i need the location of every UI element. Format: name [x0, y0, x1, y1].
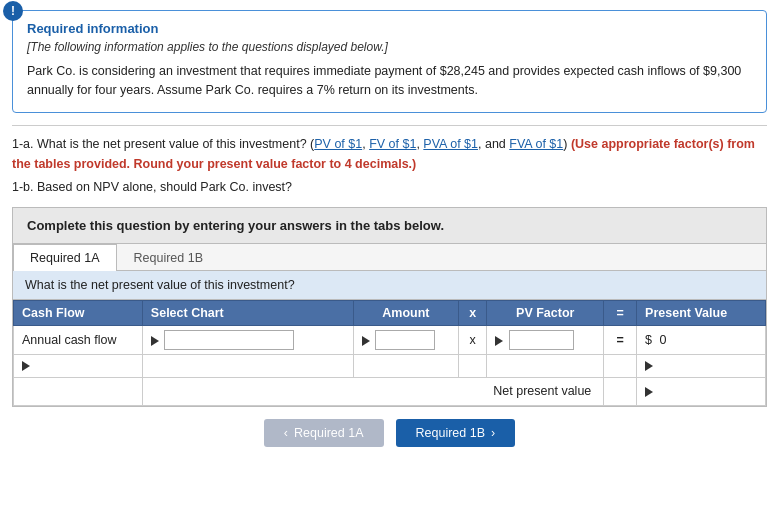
link-pva[interactable]: PVA of $1: [423, 137, 478, 151]
pv-empty-arrow-icon: [645, 361, 653, 371]
tab2-label: Required 1B: [134, 251, 204, 265]
question-section: 1-a. What is the net present value of th…: [12, 134, 767, 197]
tab-question: What is the net present value of this in…: [13, 271, 766, 300]
cell-cashflow-annual: Annual cash flow: [14, 325, 143, 354]
header-present-value: Present Value: [637, 300, 766, 325]
cell-amount-empty: [353, 354, 458, 377]
link-pv[interactable]: PV of $1: [314, 137, 362, 151]
q1-suffix: ): [563, 137, 571, 151]
cell-cashflow-empty: [14, 354, 143, 377]
npv-value-arrow-icon: [645, 387, 653, 397]
tab1-content: What is the net present value of this in…: [13, 271, 766, 406]
link-fva[interactable]: FVA of $1: [509, 137, 563, 151]
pv-factor-input-annual[interactable]: [509, 330, 574, 350]
link-fv[interactable]: FV of $1: [369, 137, 416, 151]
npv-label: Net present value: [493, 384, 591, 398]
prev-button[interactable]: ‹ Required 1A: [264, 419, 384, 447]
prev-label: Required 1A: [294, 426, 364, 440]
x-symbol: x: [470, 333, 476, 347]
table-row-npv: Net present value: [14, 377, 766, 405]
complete-text: Complete this question by entering your …: [27, 218, 444, 233]
tab-required-1a[interactable]: Required 1A: [13, 244, 117, 271]
header-select-chart: Select Chart: [142, 300, 353, 325]
table-row-annual: Annual cash flow x: [14, 325, 766, 354]
dollar-sign-annual: $: [645, 333, 652, 347]
empty-arrow-icon: [22, 361, 30, 371]
cell-equals-annual: =: [604, 325, 637, 354]
cell-pvfactor-annual: [487, 325, 604, 354]
header-equals: =: [604, 300, 637, 325]
pvfactor-arrow-icon: [495, 336, 503, 346]
tabs-container: Required 1A Required 1B What is the net …: [12, 243, 767, 407]
cell-presentvalue-empty: [637, 354, 766, 377]
dropdown-arrow-icon: [151, 336, 159, 346]
tab-required-1b[interactable]: Required 1B: [117, 244, 221, 271]
cell-npv-label: Net present value: [142, 377, 603, 405]
prev-arrow-icon: ‹: [284, 426, 288, 440]
cell-amount-annual: [353, 325, 458, 354]
complete-box: Complete this question by entering your …: [12, 207, 767, 243]
annual-label: Annual cash flow: [22, 333, 117, 347]
cell-cashflow-npv: [14, 377, 143, 405]
question-line-2: 1-b. Based on NPV alone, should Park Co.…: [12, 177, 767, 197]
info-icon: !: [3, 1, 23, 21]
cell-x-empty: [459, 354, 487, 377]
question-line-1: 1-a. What is the net present value of th…: [12, 134, 767, 174]
table-row-empty: [14, 354, 766, 377]
next-label: Required 1B: [416, 426, 486, 440]
cell-x-annual: x: [459, 325, 487, 354]
q2-text: 1-b. Based on NPV alone, should Park Co.…: [12, 180, 292, 194]
amount-arrow-icon: [362, 336, 370, 346]
npv-table: Cash Flow Select Chart Amount x PV Facto…: [13, 300, 766, 406]
tab-question-text: What is the net present value of this in…: [25, 278, 295, 292]
info-italic: [The following information applies to th…: [27, 40, 752, 54]
header-pv-factor: PV Factor: [487, 300, 604, 325]
header-cash-flow: Cash Flow: [14, 300, 143, 325]
tabs-row: Required 1A Required 1B: [13, 244, 766, 271]
select-chart-input-annual[interactable]: [164, 330, 294, 350]
cell-pvfactor-empty: [487, 354, 604, 377]
amount-input-annual[interactable]: [375, 330, 435, 350]
header-x: x: [459, 300, 487, 325]
nav-buttons: ‹ Required 1A Required 1B ›: [12, 407, 767, 455]
info-body: Park Co. is considering an investment th…: [27, 62, 752, 100]
divider-1: [12, 125, 767, 126]
tab1-label: Required 1A: [30, 251, 100, 265]
header-amount: Amount: [353, 300, 458, 325]
q1-prefix: 1-a. What is the net present value of th…: [12, 137, 314, 151]
next-button[interactable]: Required 1B ›: [396, 419, 516, 447]
cell-selectchart-empty: [142, 354, 353, 377]
page-wrapper: ! Required information [The following in…: [0, 0, 779, 465]
next-arrow-icon: ›: [491, 426, 495, 440]
cell-npv-value: [637, 377, 766, 405]
cell-presentvalue-annual: $ 0: [637, 325, 766, 354]
info-heading: Required information: [27, 21, 752, 36]
cell-selectchart-annual: [142, 325, 353, 354]
sep3: , and: [478, 137, 509, 151]
cell-equals-empty: [604, 354, 637, 377]
info-box: ! Required information [The following in…: [12, 10, 767, 113]
present-value-annual: 0: [660, 333, 667, 347]
equals-symbol-annual: =: [617, 333, 624, 347]
cell-equals-npv: [604, 377, 637, 405]
